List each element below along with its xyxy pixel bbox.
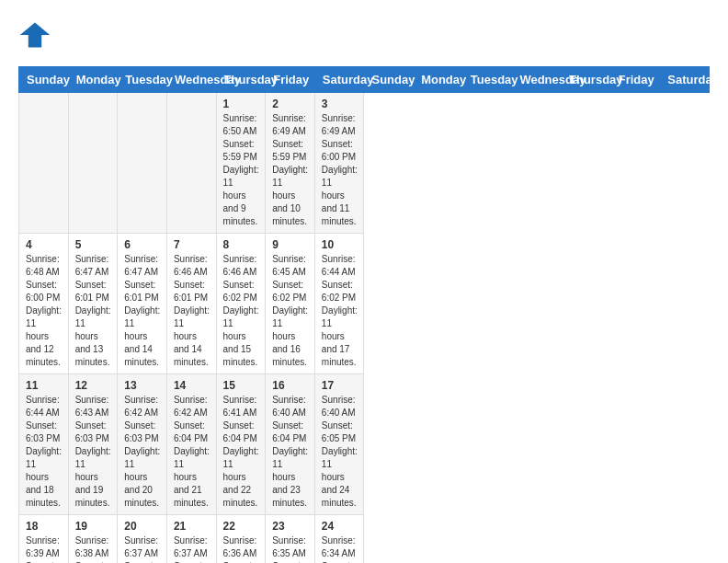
calendar-cell: 3Sunrise: 6:49 AM Sunset: 6:00 PM Daylig… (314, 93, 364, 234)
day-number: 14 (174, 379, 210, 392)
day-info: Sunrise: 6:49 AM Sunset: 6:00 PM Dayligh… (322, 112, 358, 228)
calendar-cell: 6Sunrise: 6:47 AM Sunset: 6:01 PM Daylig… (118, 234, 167, 374)
day-number: 23 (272, 520, 308, 533)
day-info: Sunrise: 6:45 AM Sunset: 6:02 PM Dayligh… (272, 253, 308, 369)
day-info: Sunrise: 6:36 AM Sunset: 6:06 PM Dayligh… (223, 534, 259, 563)
day-number: 11 (26, 379, 62, 392)
header-day-tuesday: Tuesday (462, 67, 512, 93)
day-info: Sunrise: 6:39 AM Sunset: 6:05 PM Dayligh… (26, 534, 62, 563)
day-number: 21 (174, 520, 210, 533)
calendar-cell: 14Sunrise: 6:42 AM Sunset: 6:04 PM Dayli… (166, 374, 216, 515)
calendar-cell: 22Sunrise: 6:36 AM Sunset: 6:06 PM Dayli… (216, 515, 266, 564)
day-number: 1 (223, 98, 259, 110)
calendar-header-row: SundayMondayTuesdayWednesdayThursdayFrid… (19, 67, 710, 93)
header-tuesday: Tuesday (118, 67, 167, 93)
day-number: 2 (272, 98, 308, 110)
day-number: 19 (75, 520, 111, 533)
calendar-week-row: 11Sunrise: 6:44 AM Sunset: 6:03 PM Dayli… (19, 374, 710, 515)
header-friday: Friday (266, 67, 315, 93)
header-saturday: Saturday (314, 67, 364, 93)
logo (18, 18, 55, 52)
day-number: 20 (124, 520, 160, 533)
day-number: 7 (174, 238, 210, 251)
calendar-cell: 10Sunrise: 6:44 AM Sunset: 6:02 PM Dayli… (314, 234, 364, 374)
calendar-cell: 15Sunrise: 6:41 AM Sunset: 6:04 PM Dayli… (216, 374, 266, 515)
day-info: Sunrise: 6:44 AM Sunset: 6:02 PM Dayligh… (322, 253, 358, 369)
day-info: Sunrise: 6:49 AM Sunset: 5:59 PM Dayligh… (272, 112, 308, 228)
day-info: Sunrise: 6:48 AM Sunset: 6:00 PM Dayligh… (26, 253, 62, 369)
day-info: Sunrise: 6:46 AM Sunset: 6:02 PM Dayligh… (223, 253, 259, 369)
calendar-cell: 12Sunrise: 6:43 AM Sunset: 6:03 PM Dayli… (68, 374, 118, 515)
day-info: Sunrise: 6:43 AM Sunset: 6:03 PM Dayligh… (75, 394, 111, 510)
header-day-wednesday: Wednesday (512, 67, 562, 93)
header-day-saturday: Saturday (660, 67, 710, 93)
calendar-cell: 4Sunrise: 6:48 AM Sunset: 6:00 PM Daylig… (19, 234, 69, 374)
header-day-monday: Monday (414, 67, 463, 93)
header-day-thursday: Thursday (562, 67, 611, 93)
day-number: 12 (75, 379, 111, 392)
calendar-cell: 21Sunrise: 6:37 AM Sunset: 6:06 PM Dayli… (166, 515, 216, 564)
calendar-cell: 13Sunrise: 6:42 AM Sunset: 6:03 PM Dayli… (118, 374, 167, 515)
calendar-cell: 8Sunrise: 6:46 AM Sunset: 6:02 PM Daylig… (216, 234, 266, 374)
day-number: 6 (124, 238, 160, 251)
calendar-cell (68, 93, 118, 234)
page-header (18, 18, 710, 52)
header-day-sunday: Sunday (364, 67, 414, 93)
day-info: Sunrise: 6:34 AM Sunset: 6:07 PM Dayligh… (322, 534, 358, 563)
calendar-cell: 1Sunrise: 6:50 AM Sunset: 5:59 PM Daylig… (216, 93, 266, 234)
day-number: 17 (322, 379, 358, 392)
calendar-week-row: 1Sunrise: 6:50 AM Sunset: 5:59 PM Daylig… (19, 93, 710, 234)
day-info: Sunrise: 6:50 AM Sunset: 5:59 PM Dayligh… (223, 112, 259, 228)
day-info: Sunrise: 6:42 AM Sunset: 6:04 PM Dayligh… (174, 394, 210, 510)
day-info: Sunrise: 6:47 AM Sunset: 6:01 PM Dayligh… (124, 253, 160, 369)
day-info: Sunrise: 6:41 AM Sunset: 6:04 PM Dayligh… (223, 394, 259, 510)
calendar-cell: 19Sunrise: 6:38 AM Sunset: 6:05 PM Dayli… (68, 515, 118, 564)
day-number: 3 (322, 98, 358, 110)
logo-icon (18, 18, 51, 52)
day-number: 8 (223, 238, 259, 251)
calendar-cell: 17Sunrise: 6:40 AM Sunset: 6:05 PM Dayli… (314, 374, 364, 515)
calendar-cell: 7Sunrise: 6:46 AM Sunset: 6:01 PM Daylig… (166, 234, 216, 374)
calendar-cell: 5Sunrise: 6:47 AM Sunset: 6:01 PM Daylig… (68, 234, 118, 374)
day-number: 22 (223, 520, 259, 533)
day-number: 13 (124, 379, 160, 392)
calendar-cell (166, 93, 216, 234)
day-info: Sunrise: 6:35 AM Sunset: 6:06 PM Dayligh… (272, 534, 308, 563)
calendar-cell (19, 93, 69, 234)
header-day-friday: Friday (610, 67, 660, 93)
day-number: 9 (272, 238, 308, 251)
calendar-cell: 20Sunrise: 6:37 AM Sunset: 6:05 PM Dayli… (118, 515, 167, 564)
day-number: 5 (75, 238, 111, 251)
day-info: Sunrise: 6:42 AM Sunset: 6:03 PM Dayligh… (124, 394, 160, 510)
day-info: Sunrise: 6:40 AM Sunset: 6:04 PM Dayligh… (272, 394, 308, 510)
day-number: 18 (26, 520, 62, 533)
day-number: 4 (26, 238, 62, 251)
calendar-week-row: 18Sunrise: 6:39 AM Sunset: 6:05 PM Dayli… (19, 515, 710, 564)
header-wednesday: Wednesday (166, 67, 216, 93)
day-info: Sunrise: 6:44 AM Sunset: 6:03 PM Dayligh… (26, 394, 62, 510)
day-info: Sunrise: 6:37 AM Sunset: 6:06 PM Dayligh… (174, 534, 210, 563)
day-info: Sunrise: 6:37 AM Sunset: 6:05 PM Dayligh… (124, 534, 160, 563)
calendar-cell: 9Sunrise: 6:45 AM Sunset: 6:02 PM Daylig… (266, 234, 315, 374)
day-number: 24 (322, 520, 358, 533)
calendar-cell: 24Sunrise: 6:34 AM Sunset: 6:07 PM Dayli… (314, 515, 364, 564)
day-number: 10 (322, 238, 358, 251)
svg-marker-0 (20, 23, 50, 48)
calendar-table: SundayMondayTuesdayWednesdayThursdayFrid… (18, 66, 710, 563)
header-monday: Monday (68, 67, 118, 93)
day-info: Sunrise: 6:38 AM Sunset: 6:05 PM Dayligh… (75, 534, 111, 563)
header-thursday: Thursday (216, 67, 266, 93)
calendar-cell (118, 93, 167, 234)
calendar-cell: 11Sunrise: 6:44 AM Sunset: 6:03 PM Dayli… (19, 374, 69, 515)
header-sunday: Sunday (19, 67, 69, 93)
calendar-cell: 2Sunrise: 6:49 AM Sunset: 5:59 PM Daylig… (266, 93, 315, 234)
calendar-cell: 18Sunrise: 6:39 AM Sunset: 6:05 PM Dayli… (19, 515, 69, 564)
calendar-cell: 16Sunrise: 6:40 AM Sunset: 6:04 PM Dayli… (266, 374, 315, 515)
calendar-week-row: 4Sunrise: 6:48 AM Sunset: 6:00 PM Daylig… (19, 234, 710, 374)
day-number: 15 (223, 379, 259, 392)
calendar-cell: 23Sunrise: 6:35 AM Sunset: 6:06 PM Dayli… (266, 515, 315, 564)
day-info: Sunrise: 6:40 AM Sunset: 6:05 PM Dayligh… (322, 394, 358, 510)
day-info: Sunrise: 6:47 AM Sunset: 6:01 PM Dayligh… (75, 253, 111, 369)
day-number: 16 (272, 379, 308, 392)
day-info: Sunrise: 6:46 AM Sunset: 6:01 PM Dayligh… (174, 253, 210, 369)
